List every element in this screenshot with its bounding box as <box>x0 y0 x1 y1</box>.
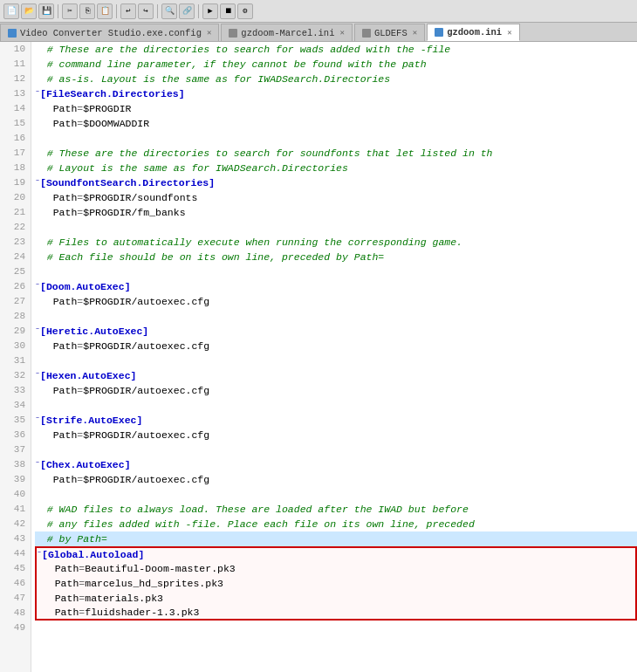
code-content[interactable]: # These are the directories to search fo… <box>31 42 637 672</box>
tab-icon-gzdoom-ini <box>435 28 443 37</box>
code-line-18: # Layout is the same as for IWADSearch.D… <box>35 161 637 175</box>
line-num-15: 15 <box>0 116 31 131</box>
line-num-30: 30 <box>0 339 31 353</box>
tab-video-converter[interactable]: Video Converter Studio.exe.config ✕ <box>0 24 219 41</box>
toolbar-search[interactable]: 🔍 <box>161 3 177 19</box>
line-num-18: 18 <box>0 161 31 175</box>
tab-label-video: Video Converter Studio.exe.config <box>20 28 202 38</box>
code-line-31 <box>35 353 637 368</box>
line-num-11: 11 <box>0 57 31 72</box>
comment-text: # any files added with -file. Place each… <box>35 517 475 531</box>
code-line-15: Path=$DOOMWADDIR <box>35 116 637 131</box>
line-num-29: 29 <box>0 324 31 339</box>
line-num-14: 14 <box>0 101 31 116</box>
line-num-12: 12 <box>0 72 31 86</box>
comment-text: # Files to automatically execute when ru… <box>35 235 462 250</box>
line-num-27: 27 <box>0 294 31 309</box>
comment-text: # Layout is the same as for IWADSearch.D… <box>35 161 348 175</box>
toolbar-undo[interactable]: ↩ <box>120 3 136 19</box>
line-num-21: 21 <box>0 205 31 220</box>
code-line-44: ⁻[Global.Autoload] <box>35 546 637 561</box>
section-label: [Chex.AutoExec] <box>40 457 131 472</box>
key-text: Path=$PROGDIR/autoexec.cfg <box>35 428 209 442</box>
tab-close-video[interactable]: ✕ <box>207 28 211 38</box>
line-num-45: 45 <box>0 561 31 576</box>
key-text: Path=$PROGDIR/fm_banks <box>35 205 186 220</box>
line-num-23: 23 <box>0 235 31 250</box>
section-label: [Strife.AutoExec] <box>40 413 142 428</box>
key-text: Path=$PROGDIR/autoexec.cfg <box>35 339 209 353</box>
toolbar-redo[interactable]: ↪ <box>138 3 154 19</box>
code-line-47: Path=materials.pk3 <box>35 591 637 606</box>
toolbar-copy[interactable]: ⎘ <box>79 3 95 19</box>
code-line-49 <box>35 621 637 635</box>
line-num-20: 20 <box>0 190 31 205</box>
tab-gldefs[interactable]: GLDEFS ✕ <box>354 24 425 41</box>
code-line-38: ⁻[Chex.AutoExec] <box>35 457 637 472</box>
code-line-14: Path=$PROGDIR <box>35 101 637 116</box>
toolbar-stop[interactable]: ⏹ <box>220 3 236 19</box>
line-num-28: 28 <box>0 309 31 324</box>
code-line-46: Path=marcelus_hd_sprites.pk3 <box>35 576 637 591</box>
tab-gzdoom-ini[interactable]: gzdoom.ini ✕ <box>427 24 519 41</box>
code-line-19: ⁻[SoundfontSearch.Directories] <box>35 175 637 190</box>
key-text: Path=marcelus_hd_sprites.pk3 <box>37 576 223 591</box>
line-num-37: 37 <box>0 442 31 457</box>
section-label: [Doom.AutoExec] <box>40 279 131 294</box>
line-num-49: 49 <box>0 621 31 635</box>
code-line-23: # Files to automatically execute when ru… <box>35 235 637 250</box>
line-num-17: 17 <box>0 146 31 161</box>
key-text: Path=$PROGDIR/autoexec.cfg <box>35 472 209 487</box>
sep3 <box>157 4 158 18</box>
line-num-26: 26 <box>0 279 31 294</box>
line-numbers: 1011121314151617181920212223242526272829… <box>0 42 31 672</box>
toolbar-open[interactable]: 📂 <box>21 3 37 19</box>
code-line-13: ⁻[FileSearch.Directories] <box>35 86 637 101</box>
code-line-40 <box>35 487 637 502</box>
code-line-29: ⁻[Heretic.AutoExec] <box>35 324 637 339</box>
line-num-36: 36 <box>0 428 31 442</box>
key-text: Path=materials.pk3 <box>37 591 163 606</box>
code-line-25 <box>35 264 637 279</box>
comment-text: # command line parameter, if they cannot… <box>35 57 427 72</box>
line-num-16: 16 <box>0 131 31 146</box>
tab-icon-gldefs <box>362 29 371 38</box>
code-line-28 <box>35 309 637 324</box>
toolbar-paste[interactable]: 📋 <box>97 3 113 19</box>
code-line-20: Path=$PROGDIR/soundfonts <box>35 190 637 205</box>
code-line-35: ⁻[Strife.AutoExec] <box>35 413 637 428</box>
line-num-19: 19 <box>0 175 31 190</box>
comment-text: # by Path= <box>35 531 107 546</box>
code-line-24: # Each file should be on its own line, p… <box>35 250 637 264</box>
code-line-22 <box>35 220 637 235</box>
line-num-44: 44 <box>0 546 31 561</box>
toolbar-settings[interactable]: ⚙ <box>237 3 253 19</box>
code-line-48: Path=fluidshader-1.3.pk3 <box>35 606 637 621</box>
line-num-33: 33 <box>0 383 31 398</box>
toolbar-find-replace[interactable]: 🔗 <box>179 3 195 19</box>
line-num-46: 46 <box>0 576 31 591</box>
section-label: [SoundfontSearch.Directories] <box>40 175 215 190</box>
code-line-37 <box>35 442 637 457</box>
toolbar-save[interactable]: 💾 <box>38 3 54 19</box>
tab-close-gzdoom-marcel[interactable]: ✕ <box>339 28 344 38</box>
toolbar-cut[interactable]: ✂ <box>62 3 78 19</box>
line-num-31: 31 <box>0 353 31 368</box>
sep4 <box>198 4 199 18</box>
toolbar-new[interactable]: 📄 <box>3 3 19 19</box>
tabs-bar: Video Converter Studio.exe.config ✕ gzdo… <box>0 23 637 42</box>
tab-close-gldefs[interactable]: ✕ <box>413 28 417 38</box>
editor-area: 1011121314151617181920212223242526272829… <box>0 42 637 672</box>
line-num-43: 43 <box>0 531 31 546</box>
line-num-13: 13 <box>0 86 31 101</box>
code-line-16 <box>35 131 637 146</box>
toolbar-run[interactable]: ▶ <box>202 3 218 19</box>
line-num-35: 35 <box>0 413 31 428</box>
code-line-27: Path=$PROGDIR/autoexec.cfg <box>35 294 637 309</box>
line-num-34: 34 <box>0 398 31 413</box>
line-num-39: 39 <box>0 472 31 487</box>
tab-gzdoom-marcel[interactable]: gzdoom-Marcel.ini ✕ <box>221 24 353 41</box>
line-num-38: 38 <box>0 457 31 472</box>
tab-close-gzdoom-ini[interactable]: ✕ <box>507 28 511 38</box>
key-text: Path=$DOOMWADDIR <box>35 116 149 131</box>
